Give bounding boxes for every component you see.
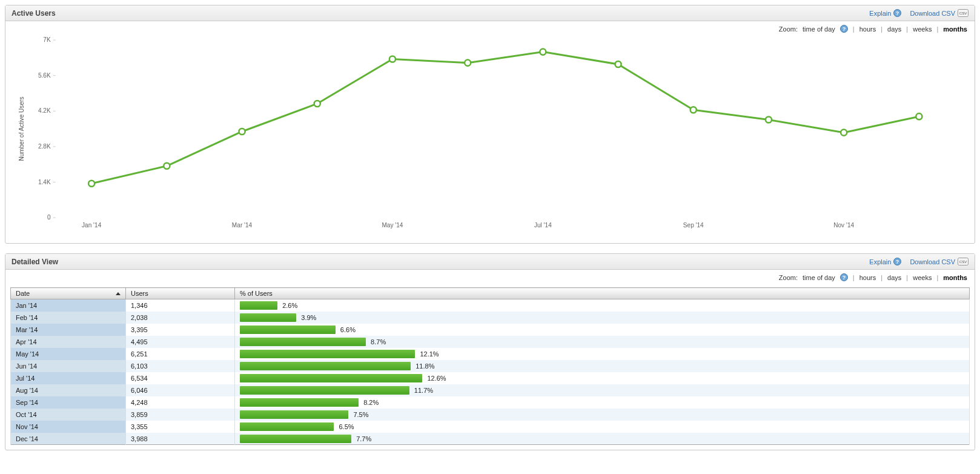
cell-users: 3,355 [126,421,235,433]
data-point[interactable] [615,61,621,67]
cell-users: 3,988 [126,433,235,445]
csv-icon: CSV [958,258,968,265]
data-point[interactable] [239,129,245,135]
zoom-label: Zoom: [779,25,798,33]
table-row: Dec '143,9887.7% [11,433,970,445]
data-point[interactable] [314,101,320,107]
data-point[interactable] [465,60,471,66]
cell-date: Jun '14 [11,360,126,372]
table-row: Sep '144,2488.2% [11,396,970,409]
cell-date: Dec '14 [11,433,126,445]
panel-header: Detailed View Explain ? Download CSV CSV [5,254,975,270]
zoom-time-of-day[interactable]: time of day [803,274,835,281]
col-date[interactable]: Date [11,288,126,299]
table-row: Feb '142,0383.9% [11,312,970,324]
cell-users: 6,046 [126,384,235,396]
data-point[interactable] [164,163,170,169]
pct-label: 12.6% [427,375,446,382]
svg-text:Sep '14: Sep '14 [683,222,704,229]
cell-pct: 6.6% [235,324,970,336]
svg-text:?: ? [843,26,846,32]
cell-pct: 3.9% [235,312,970,324]
help-icon[interactable]: ? [840,25,848,33]
col-pct[interactable]: % of Users [235,288,970,299]
zoom-days[interactable]: days [887,25,901,33]
table-row: Oct '143,8597.5% [11,409,970,421]
svg-text:?: ? [896,259,899,265]
cell-users: 2,038 [126,312,235,324]
cell-pct: 8.2% [235,396,970,409]
table-row: May '146,25112.1% [11,348,970,360]
cell-date: Mar '14 [11,324,126,336]
pct-label: 8.2% [363,399,379,406]
data-point[interactable] [88,181,94,187]
download-label: Download CSV [910,10,955,17]
panel-actions: Explain ? Download CSV CSV [869,258,968,265]
explain-link[interactable]: Explain ? [869,9,901,17]
svg-text:5.6K: 5.6K [38,72,51,79]
separator: | [853,25,855,33]
explain-link[interactable]: Explain ? [869,258,901,265]
data-point[interactable] [916,113,922,119]
data-point[interactable] [540,49,546,55]
pct-bar [240,338,366,346]
csv-icon: CSV [958,9,968,17]
cell-date: Feb '14 [11,312,126,324]
separator: | [881,274,882,281]
panel-title: Detailed View [12,258,58,266]
svg-text:Nov '14: Nov '14 [833,222,854,229]
table-row: Jun '146,10311.8% [11,360,970,372]
svg-text:?: ? [896,10,899,16]
pct-label: 8.7% [371,338,386,345]
panel-actions: Explain ? Download CSV CSV [869,9,968,17]
cell-users: 6,103 [126,360,235,372]
data-point[interactable] [841,130,847,136]
sort-asc-icon [116,292,121,295]
zoom-hours[interactable]: hours [859,25,876,33]
pct-bar [240,374,422,382]
pct-bar [240,325,336,334]
table-row: Jan '141,3462.6% [11,299,970,312]
col-users[interactable]: Users [126,288,235,299]
explain-label: Explain [869,10,891,17]
pct-bar [240,313,296,322]
pct-label: 3.9% [301,314,316,321]
zoom-time-of-day[interactable]: time of day [803,25,835,33]
cell-pct: 6.5% [235,421,970,433]
active-users-panel: Active Users Explain ? Download CSV CSV … [5,5,975,244]
data-point[interactable] [766,117,772,123]
help-icon[interactable]: ? [840,273,848,281]
table-row: Nov '143,3556.5% [11,421,970,433]
pct-bar [240,350,415,358]
download-csv-link[interactable]: Download CSV CSV [910,9,968,17]
zoom-hours[interactable]: hours [859,274,876,281]
active-users-line-chart: Number of Active Users01.4K2.8K4.2K5.6K7… [13,34,967,236]
zoom-months[interactable]: months [943,25,967,33]
svg-text:Number of Active Users: Number of Active Users [18,97,25,161]
pct-bar [240,362,411,370]
svg-text:?: ? [843,275,846,281]
zoom-weeks[interactable]: weeks [913,25,932,33]
cell-date: Sep '14 [11,396,126,409]
zoom-months[interactable]: months [943,274,967,281]
pct-label: 12.1% [420,350,439,358]
cell-date: Apr '14 [11,336,126,348]
table-row: Apr '144,4958.7% [11,336,970,348]
table-row: Jul '146,53412.6% [11,372,970,384]
svg-text:Jan '14: Jan '14 [82,222,102,229]
download-csv-link[interactable]: Download CSV CSV [910,258,968,265]
zoom-days[interactable]: days [887,274,901,281]
cell-users: 3,859 [126,409,235,421]
cell-pct: 7.7% [235,433,970,445]
cell-pct: 12.6% [235,372,970,384]
pct-bar [240,435,351,443]
zoom-weeks[interactable]: weeks [913,274,932,281]
data-point[interactable] [389,56,396,62]
cell-pct: 8.7% [235,336,970,348]
separator: | [936,274,938,281]
pct-label: 7.5% [353,411,368,418]
pct-label: 2.6% [282,302,297,309]
chart-area: Number of Active Users01.4K2.8K4.2K5.6K7… [5,34,975,243]
pct-bar [240,301,277,310]
data-point[interactable] [690,107,697,113]
